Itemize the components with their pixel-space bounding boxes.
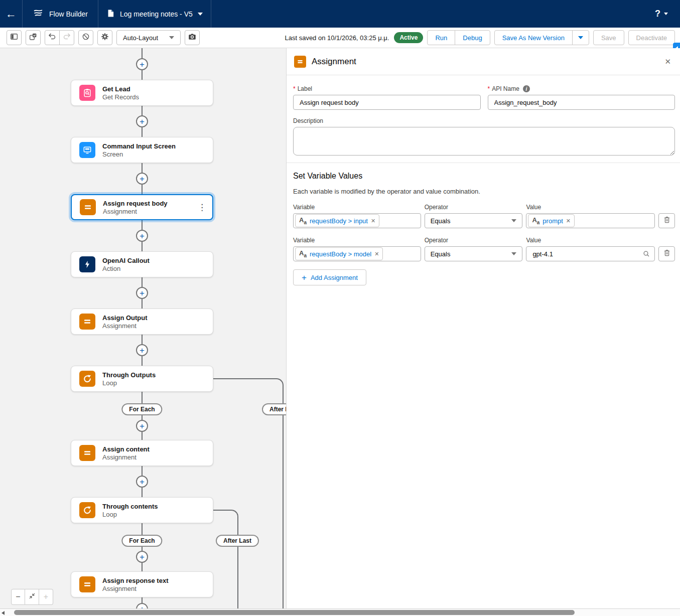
resource-pill[interactable]: Aa prompt ✕ (528, 214, 575, 227)
remove-pill-icon[interactable]: ✕ (374, 251, 379, 257)
flow-canvas[interactable]: + + + + + + + + + + Get LeadGet Records … (0, 48, 286, 608)
node-subtitle: Loop (102, 379, 156, 387)
remove-pill-icon[interactable]: ✕ (566, 218, 571, 224)
select-elements-button[interactable] (26, 30, 41, 45)
operator-select[interactable]: Equals (425, 213, 523, 228)
value-column-label: Value (526, 204, 655, 211)
node-menu-button[interactable]: ⋮ (198, 202, 206, 213)
trash-icon (663, 216, 671, 226)
description-textarea[interactable] (293, 127, 675, 156)
node-title: Through contents (102, 503, 158, 510)
add-assignment-button[interactable]: + Add Assignment (293, 269, 366, 285)
branch-label-for-each: For Each (121, 535, 162, 547)
flow-node-assign-output[interactable]: Assign OutputAssignment (71, 309, 213, 335)
assignment-icon (79, 314, 95, 330)
add-element-button[interactable]: + (136, 230, 148, 242)
scrollbar-thumb[interactable] (14, 610, 575, 615)
fit-to-view-button[interactable] (25, 589, 39, 605)
flow-node-assign-response-text[interactable]: Assign response textAssignment (71, 571, 213, 597)
node-title: Assign content (102, 445, 150, 453)
operator-column-label: Operator (425, 204, 523, 211)
add-element-button[interactable]: + (136, 476, 148, 488)
run-button[interactable]: Run (427, 30, 455, 45)
add-element-button[interactable]: + (136, 173, 148, 185)
redo-button[interactable] (59, 30, 74, 45)
property-panel: Assignment ✕ *Label *API Namei Descripti… (286, 48, 680, 608)
value-search-input[interactable] (526, 246, 655, 261)
delete-assignment-button[interactable] (658, 246, 675, 261)
zoom-out-button[interactable]: − (11, 589, 25, 605)
flow-title-menu[interactable]: Log meeting notes - V5 (98, 0, 211, 28)
add-element-button[interactable]: + (136, 115, 148, 127)
node-title: Assign response text (102, 577, 169, 584)
resource-pill[interactable]: Aa requestBody > input ✕ (295, 214, 379, 227)
back-button[interactable]: ← (0, 0, 23, 28)
add-element-button[interactable]: + (136, 420, 148, 432)
layout-select-value: Auto-Layout (123, 34, 158, 42)
flow-node-assign-request-body[interactable]: Assign request bodyAssignment ⋮ (71, 194, 213, 220)
add-element-button[interactable]: + (136, 287, 148, 299)
flow-node-through-outputs[interactable]: Through OutputsLoop (71, 366, 213, 392)
zoom-in-button[interactable]: + (39, 589, 53, 605)
panel-toggle-icon (10, 32, 19, 43)
loop-icon (79, 502, 95, 518)
value-input[interactable]: Aa prompt ✕ (526, 213, 655, 228)
snapshot-button[interactable] (185, 30, 200, 45)
api-name-input[interactable] (488, 95, 675, 110)
disable-elements-button[interactable] (78, 30, 93, 45)
node-subtitle: Get Records (102, 93, 139, 101)
api-name-field-group: *API Namei (488, 85, 675, 110)
debug-button[interactable]: Debug (455, 30, 490, 45)
node-subtitle: Assignment (102, 322, 148, 330)
status-badge: Active (394, 32, 423, 43)
select-check-icon (29, 32, 38, 43)
flow-node-get-lead[interactable]: Get LeadGet Records (71, 80, 213, 106)
flow-node-command-input-screen[interactable]: Command Input ScreenScreen (71, 137, 213, 163)
node-title: Through Outputs (102, 371, 156, 379)
operator-select-value: Equals (431, 217, 451, 225)
horizontal-scrollbar[interactable] (0, 608, 680, 616)
layout-select[interactable]: Auto-Layout (116, 30, 181, 45)
undo-button[interactable] (45, 30, 60, 45)
assignment-icon (294, 56, 306, 68)
deactivate-button[interactable]: Deactivate (628, 30, 675, 45)
search-icon (642, 250, 650, 260)
save-button[interactable]: Save (593, 30, 624, 45)
divider (287, 163, 680, 163)
plus-icon: + (140, 553, 145, 561)
variable-input[interactable]: Aa requestBody > input ✕ (293, 213, 421, 228)
resource-pill[interactable]: Aa requestBody > model ✕ (295, 247, 383, 260)
label-field-group: *Label (293, 85, 481, 110)
operator-select[interactable]: Equals (425, 246, 523, 261)
chevron-down-icon (511, 252, 516, 255)
minus-icon: − (16, 592, 20, 601)
add-element-button[interactable]: + (136, 551, 148, 563)
add-element-button[interactable]: + (136, 344, 148, 356)
remove-pill-icon[interactable]: ✕ (371, 218, 375, 224)
loop-after-last-edge-2 (213, 510, 238, 608)
toggle-panel-button[interactable] (7, 30, 22, 45)
help-menu[interactable]: ? (643, 0, 680, 28)
label-input[interactable] (293, 95, 481, 110)
description-field-group: Description (293, 117, 675, 158)
close-icon[interactable]: ✕ (664, 57, 671, 66)
app-name: Flow Builder (49, 10, 88, 18)
variable-input[interactable]: Aa requestBody > model ✕ (293, 246, 421, 261)
add-element-button[interactable]: + (136, 603, 148, 608)
flow-node-openai-callout[interactable]: OpenAI CalloutAction (71, 251, 213, 277)
flow-node-through-contents[interactable]: Through contentsLoop (71, 497, 213, 523)
variable-column-label: Variable (293, 204, 421, 211)
delete-assignment-button[interactable] (658, 213, 675, 228)
node-subtitle: Screen (102, 150, 176, 158)
scroll-left-arrow-icon[interactable] (2, 611, 5, 615)
plus-icon: + (140, 175, 145, 183)
toolbar: Auto-Layout Last saved on 10/1/2026, 03:… (0, 28, 680, 48)
flow-node-assign-content[interactable]: Assign contentAssignment (71, 440, 213, 466)
add-element-button[interactable]: + (136, 58, 148, 70)
save-as-menu-button[interactable] (572, 30, 589, 45)
save-as-new-version-button[interactable]: Save As New Version (494, 30, 573, 45)
trash-icon (663, 249, 671, 259)
settings-button[interactable] (97, 30, 112, 45)
chevron-down-icon (578, 36, 583, 39)
info-icon[interactable]: i (523, 85, 530, 92)
